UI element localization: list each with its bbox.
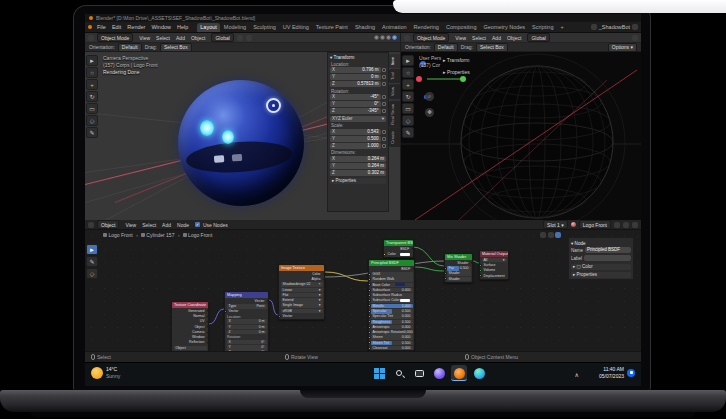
tool-button[interactable]: ✎ (86, 127, 98, 138)
workspace-tab[interactable]: Shading (352, 23, 378, 32)
location-value-field[interactable]: Y0 m (330, 74, 381, 80)
mix-shader-input-row[interactable]: Shader (447, 277, 471, 282)
sidebar-tab[interactable]: Tool (389, 69, 400, 83)
output-socket[interactable] (412, 247, 415, 250)
sidebar-tab[interactable]: Item (389, 54, 400, 68)
input-socket[interactable] (368, 347, 371, 350)
input-socket[interactable] (368, 273, 371, 276)
input-socket[interactable] (479, 264, 482, 267)
node-principled-bsdf[interactable]: Principled BSDF BSDF GGX (368, 259, 415, 351)
principled-property-row[interactable]: Sheen 0.000 (371, 335, 413, 340)
dimensions-value-field[interactable]: Z0.302 m (330, 170, 386, 176)
workspace-tab[interactable]: Compositing (443, 23, 480, 32)
tool-button[interactable]: ✎ (402, 127, 414, 138)
tool-button[interactable]: ◇ (402, 115, 414, 126)
node-properties-panel[interactable]: ▸ Properties (571, 272, 631, 278)
lock-icon[interactable] (382, 130, 386, 134)
tool-button[interactable]: ○ (86, 67, 98, 78)
snap-magnet-icon[interactable] (237, 35, 243, 41)
task-view-button[interactable] (411, 365, 427, 381)
location-value-field[interactable]: Z0.57813 m (330, 81, 381, 87)
shading-material-icon[interactable] (386, 35, 391, 40)
tool-button[interactable]: ▭ (86, 103, 98, 114)
pivot-dropdown[interactable]: Global (527, 33, 549, 42)
output-socket[interactable] (413, 267, 416, 270)
tool-button[interactable]: ▭ (402, 103, 414, 114)
output-socket[interactable] (267, 299, 270, 302)
node-menu-item[interactable]: Select (139, 221, 159, 229)
options-dropdown[interactable]: Options ▾ (608, 43, 637, 52)
scene-selector[interactable]: _ShadowBot (591, 24, 638, 30)
mapping-value-row[interactable]: Z0 m (227, 330, 267, 335)
input-socket[interactable] (368, 336, 371, 339)
scale-value-field[interactable]: Y0.500 (330, 136, 381, 142)
node-mapping[interactable]: Mapping Vector TypePoint Vector Location… (224, 291, 269, 351)
principled-property-row[interactable]: Base Color (371, 283, 413, 288)
object-field[interactable]: Object (174, 346, 207, 351)
pan-viewport-icon[interactable]: ✥ (425, 108, 434, 117)
node-canvas[interactable]: Logo FrontCylinder 157Logo Front ► ✎ ◇ (85, 230, 641, 351)
rotation-value-field[interactable]: Y0° (330, 101, 381, 107)
dimensions-value-field[interactable]: X0.264 m (330, 156, 386, 162)
tool-select-button[interactable]: ► (86, 244, 98, 255)
image-texture-dropdown[interactable]: Extend▾ (281, 298, 323, 303)
principled-property-row[interactable]: Sheen Tint 0.500 (371, 341, 413, 346)
tool-button[interactable]: ◇ (86, 115, 98, 126)
orientation-dropdown[interactable]: Default (434, 43, 458, 52)
overlays-icon[interactable] (548, 232, 554, 238)
search-button[interactable] (391, 365, 407, 381)
color-swatch[interactable] (400, 253, 410, 256)
workspace-tab[interactable]: Rendering (411, 23, 442, 32)
active-tool-icon[interactable] (555, 232, 561, 238)
input-socket[interactable] (444, 277, 447, 280)
node-image-texture[interactable]: Image Texture Color Alpha Shadowdesign 0… (278, 264, 325, 320)
mapping-value-row[interactable]: X0 m (227, 319, 267, 324)
editor-type-icon[interactable] (404, 35, 410, 41)
node-header[interactable]: Material Output (480, 251, 508, 257)
node-material-output[interactable]: Material Output All▾ Surface Volume Disp… (479, 250, 509, 280)
viewport-rendered[interactable]: Object Mode ViewSelectAddObject Global O… (85, 33, 400, 220)
output-socket[interactable] (323, 278, 326, 281)
pivot-dropdown[interactable]: Global (211, 33, 233, 42)
workspace-tab[interactable]: Scripting (529, 23, 556, 32)
viewport-menu-item[interactable]: Add (173, 34, 188, 42)
viewport-wireframe[interactable]: Object Mode ViewSelectAddObject Global O… (401, 33, 641, 220)
rotation-mode-dropdown[interactable]: XYZ Euler▾ (330, 116, 386, 122)
dimensions-value-field[interactable]: Y0.264 m (330, 163, 386, 169)
drag-dropdown[interactable]: Select Box (160, 43, 192, 52)
workspace-tab[interactable]: Modeling (221, 23, 249, 32)
lock-icon[interactable] (382, 82, 386, 86)
mapping-type-dropdown[interactable]: TypePoint (227, 304, 267, 309)
input-socket[interactable] (368, 299, 371, 302)
viewport-menu-item[interactable]: View (452, 34, 469, 42)
editor-type-icon[interactable] (88, 35, 94, 41)
input-socket[interactable] (368, 278, 371, 281)
node-header[interactable]: Mapping (225, 292, 268, 298)
principled-property-row[interactable]: Subsurface Color (371, 298, 413, 303)
lock-icon[interactable] (382, 144, 386, 148)
mapping-value-row[interactable]: Y0° (227, 345, 267, 350)
mapping-value-row[interactable]: Y0 m (227, 325, 267, 330)
lock-icon[interactable] (382, 102, 386, 106)
taskbar-weather-widget[interactable]: 14°CSunny (91, 366, 120, 379)
shader-node-editor[interactable]: Object ViewSelectAddNode ✓ Use Nodes Slo… (85, 220, 641, 351)
workspace-tab[interactable]: + (557, 23, 566, 32)
lock-icon[interactable] (382, 137, 386, 141)
sidebar-tab[interactable]: View (389, 84, 400, 99)
location-value-field[interactable]: X0.796 m (330, 67, 381, 73)
mode-dropdown[interactable]: Object Mode (413, 33, 449, 42)
tool-button[interactable]: + (402, 79, 414, 90)
shading-rendered-icon[interactable] (392, 35, 397, 40)
transform-panel-title[interactable]: ▾ Transform (330, 55, 386, 60)
image-name-field[interactable]: Shadowdesign 02× (281, 282, 323, 287)
node-transparent-bsdf[interactable]: Transparent BSDF BSDF Color (383, 239, 414, 258)
tool-button[interactable]: ► (402, 55, 414, 66)
menu-item[interactable]: Window (148, 23, 174, 31)
menu-item[interactable]: Render (124, 23, 148, 31)
node-panel-title[interactable]: ▾ Node (571, 241, 631, 246)
input-socket[interactable] (224, 310, 227, 313)
principled-property-row[interactable]: GGX (371, 272, 413, 277)
taskbar-overflow-caret[interactable]: ∧ (575, 371, 579, 378)
sidebar-tab[interactable]: Create (389, 128, 400, 147)
use-nodes-checkbox[interactable]: ✓ (195, 222, 200, 227)
